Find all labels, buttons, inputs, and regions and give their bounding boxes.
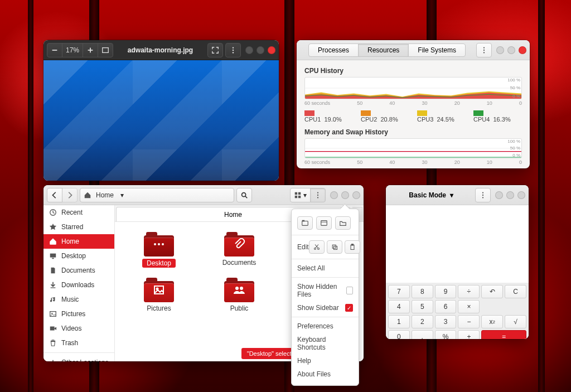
key-op[interactable]: % [435, 330, 457, 339]
sidebar-item-home[interactable]: Home [43, 234, 114, 249]
key-xop[interactable]: x2 [481, 315, 503, 328]
zoom-in-button[interactable] [83, 43, 98, 57]
key-1[interactable]: 1 [388, 315, 410, 328]
maximize-button[interactable] [507, 46, 515, 54]
folder-public[interactable]: Public [206, 278, 272, 312]
key-op[interactable]: = [481, 330, 526, 339]
tab-processes[interactable]: Processes [308, 43, 359, 57]
menuitem-about[interactable]: About Files [296, 367, 354, 381]
sidebar-item-desktop[interactable]: Desktop [43, 249, 114, 263]
tab-resources[interactable]: Resources [358, 43, 409, 57]
hamburger-menu-button[interactable] [225, 43, 241, 57]
cpu-history-chart[interactable]: 100 % 50 % 0 % [304, 77, 522, 99]
cut-button[interactable] [309, 240, 325, 254]
calculator-mode-switcher[interactable]: Basic Mode ▾ [409, 191, 453, 199]
svg-rect-24 [50, 254, 56, 258]
forward-button[interactable] [62, 188, 78, 202]
key-3[interactable]: 3 [435, 315, 457, 328]
minimize-button[interactable] [495, 191, 503, 199]
folder-documents[interactable]: Documents [206, 232, 272, 268]
svg-point-21 [317, 194, 318, 195]
wallpaper-tree [538, 0, 545, 392]
back-button[interactable] [47, 188, 62, 202]
hamburger-menu-button[interactable] [475, 188, 491, 202]
svg-rect-44 [332, 245, 336, 248]
search-button[interactable] [236, 188, 252, 202]
folder-desktop[interactable]: Desktop [126, 232, 192, 268]
minimize-button[interactable] [496, 46, 504, 54]
checkbox-off-icon[interactable] [346, 287, 354, 294]
close-button[interactable] [517, 191, 525, 199]
menuitem-keyboard-shortcuts[interactable]: Keyboard Shortcuts [296, 333, 354, 354]
mem-history-chart[interactable]: 100 % 50 % 0 % [304, 138, 522, 158]
view-toggle-button[interactable]: ▾ [290, 188, 311, 202]
tab-filesystems[interactable]: File Systems [408, 43, 466, 57]
checkbox-on-icon[interactable]: ✓ [345, 304, 353, 312]
close-button[interactable] [352, 191, 360, 199]
hamburger-menu-button[interactable] [476, 43, 492, 57]
image-viewer-titlebar[interactable]: 17% adwaita-morning.jpg [43, 40, 279, 60]
menuitem-show-sidebar[interactable]: Show Sidebar✓ [296, 301, 354, 314]
sidebar-item-music[interactable]: Music [43, 292, 114, 307]
close-button[interactable] [268, 46, 275, 54]
sidebar-item-other-locations[interactable]: Other Locations [43, 355, 114, 361]
pathbar-label: Home [96, 191, 114, 199]
key-0[interactable]: 0 [388, 330, 410, 339]
key-op[interactable]: − [458, 315, 480, 328]
close-button[interactable] [519, 46, 526, 54]
menuitem-show-hidden[interactable]: Show Hidden Files [296, 280, 354, 301]
system-monitor-titlebar[interactable]: Processes Resources File Systems [297, 40, 530, 60]
fullscreen-button[interactable] [207, 43, 223, 57]
key-op[interactable]: ÷ [458, 285, 480, 298]
files-titlebar[interactable]: Home ▾ ▾ [43, 185, 364, 205]
key-6[interactable]: 6 [435, 300, 457, 313]
calculator-titlebar[interactable]: Basic Mode ▾ [386, 185, 529, 205]
key-7[interactable]: 7 [388, 285, 410, 298]
new-window-button[interactable] [316, 216, 332, 230]
sidebar-item-videos[interactable]: Videos [43, 321, 114, 336]
paste-button[interactable] [345, 240, 360, 254]
key-op[interactable]: √ [505, 315, 526, 328]
key-C[interactable]: C [505, 285, 526, 298]
key-5[interactable]: 5 [412, 300, 433, 313]
wallpaper-tree [28, 0, 33, 392]
zoom-out-button[interactable] [47, 43, 62, 57]
minimize-button[interactable] [245, 46, 253, 54]
copy-button[interactable] [327, 240, 342, 254]
folder-pictures[interactable]: Pictures [126, 278, 192, 312]
zoom-fit-button[interactable] [98, 43, 113, 57]
sidebar-item-trash[interactable]: Trash [43, 336, 114, 350]
sidebar-item-documents[interactable]: Documents [43, 263, 114, 278]
sidebar-item-recent[interactable]: Recent [43, 205, 114, 220]
sidebar-item-downloads[interactable]: Downloads [43, 278, 114, 292]
view-switcher: Processes Resources File Systems [308, 43, 466, 57]
menuitem-select-all[interactable]: Select All [296, 262, 354, 275]
zoom-level[interactable]: 17% [62, 43, 83, 57]
key-op[interactable]: , [412, 330, 433, 339]
key-op[interactable]: × [458, 300, 480, 313]
key-8[interactable]: 8 [412, 285, 433, 298]
key-2[interactable]: 2 [412, 315, 433, 328]
key-op[interactable]: + [458, 330, 480, 339]
mem-history-title: Memory and Swap History [304, 128, 522, 136]
popover-new-row [296, 214, 354, 233]
maximize-button[interactable] [506, 191, 514, 199]
maximize-button[interactable] [341, 191, 349, 199]
calculator-display[interactable] [386, 205, 529, 283]
image-viewer-canvas[interactable] [43, 60, 279, 181]
key-op[interactable]: ↶ [481, 285, 503, 298]
menuitem-help[interactable]: Help [296, 354, 354, 367]
maximize-button[interactable] [257, 46, 264, 54]
svg-line-15 [245, 196, 247, 198]
sidebar-item-starred[interactable]: Starred [43, 220, 114, 234]
new-tab-button[interactable] [297, 216, 313, 230]
sidebar-item-pictures[interactable]: Pictures [43, 307, 114, 321]
hamburger-menu-button[interactable] [310, 188, 326, 202]
system-monitor-window: Processes Resources File Systems CPU His… [297, 40, 530, 168]
minimize-button[interactable] [330, 191, 338, 199]
new-folder-button[interactable] [335, 216, 351, 230]
pathbar[interactable]: Home ▾ [80, 188, 234, 202]
key-4[interactable]: 4 [388, 300, 410, 313]
key-9[interactable]: 9 [435, 285, 457, 298]
menuitem-preferences[interactable]: Preferences [296, 320, 354, 333]
